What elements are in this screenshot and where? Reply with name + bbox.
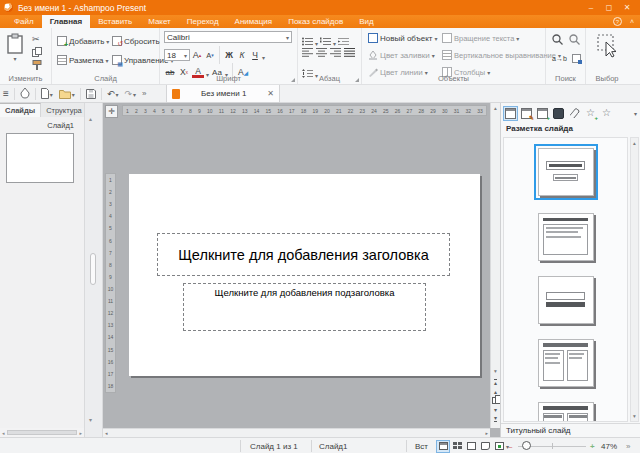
slide-reset-button[interactable]: Сбросить <box>110 35 162 47</box>
paragraph-dialog-launcher-icon[interactable] <box>355 78 359 82</box>
new-document-button[interactable] <box>38 87 56 101</box>
edit-layout-icon[interactable]: ✎ <box>520 107 533 120</box>
next-slide-icon[interactable]: ▾ <box>494 406 497 413</box>
menu-transition[interactable]: Переход <box>179 15 227 28</box>
font-dialog-launcher-icon[interactable] <box>291 78 295 82</box>
scroll-down-icon[interactable]: ▾ <box>633 413 636 419</box>
layout-thumbnail-section-header[interactable] <box>536 274 596 326</box>
normal-view-icon[interactable] <box>437 441 449 452</box>
align-left-icon[interactable] <box>302 48 313 57</box>
chevron-down-icon[interactable] <box>634 110 637 117</box>
zoom-slider-knob[interactable] <box>522 441 531 450</box>
master-slide-icon[interactable] <box>552 107 565 120</box>
tab-outline[interactable]: Структура <box>41 103 88 117</box>
cut-icon[interactable]: ✂ <box>32 34 42 44</box>
open-document-button[interactable] <box>56 87 78 101</box>
scroll-right-icon[interactable]: ▸ <box>79 430 82 436</box>
help-icon[interactable]: ? <box>613 17 622 26</box>
scroll-up-icon[interactable]: ▴ <box>89 115 92 122</box>
search-icon[interactable] <box>552 34 563 45</box>
scroll-right-icon[interactable]: ▸ <box>485 430 488 436</box>
layout-thumbnail-title-content[interactable] <box>536 211 596 263</box>
selection-tool-button[interactable] <box>597 34 619 58</box>
slides-panel-hscrollbar[interactable]: ◂ ▸ <box>0 428 84 437</box>
style-picker-icon[interactable] <box>17 87 33 101</box>
undo-button[interactable]: ↶ <box>104 87 122 101</box>
text-rotation-button[interactable]: Вращение текста <box>440 32 521 44</box>
minimize-button[interactable]: – <box>582 0 600 15</box>
scroll-left-icon[interactable]: ◂ <box>105 430 108 436</box>
slide-add-button[interactable]: Добавить <box>55 35 111 47</box>
redo-button[interactable]: ↷ <box>121 87 139 101</box>
bold-button[interactable]: Ж <box>223 49 235 61</box>
align-center-icon[interactable] <box>316 48 327 57</box>
save-button[interactable] <box>83 87 99 101</box>
subtitle-placeholder[interactable]: Щелкните для добавления подзаголовка <box>183 283 426 331</box>
fill-color-button[interactable]: Цвет заливки <box>366 49 437 61</box>
shrink-font-button[interactable]: А▾ <box>204 49 216 61</box>
indent-icon[interactable] <box>338 37 349 46</box>
menu-view[interactable]: Вид <box>351 15 381 28</box>
scroll-left-icon[interactable]: ◂ <box>2 430 5 436</box>
layout-thumbnail-two-content[interactable] <box>536 337 596 389</box>
attachment-icon[interactable] <box>568 107 581 120</box>
vertical-align-button[interactable]: Вертикальное выравнивание <box>440 49 563 61</box>
paste-button[interactable]: ▾ <box>6 33 24 62</box>
scroll-up-icon[interactable]: ▴ <box>633 140 636 146</box>
numbered-list-icon[interactable] <box>320 37 331 46</box>
favorites-icon[interactable]: ☆ <box>600 107 613 120</box>
format-painter-icon[interactable] <box>32 60 42 70</box>
new-object-button[interactable]: Новый объект <box>366 32 439 44</box>
menu-file[interactable]: Файл <box>6 15 42 28</box>
slide-sorter-view-icon[interactable] <box>451 441 463 452</box>
maximize-button[interactable]: ◻ <box>600 0 618 15</box>
title-placeholder[interactable]: Щелкните для добавления заголовка <box>157 233 450 276</box>
notes-view-icon[interactable] <box>465 441 477 452</box>
zoom-out-button[interactable]: – <box>508 438 512 453</box>
slide-thumbnail[interactable] <box>6 133 74 183</box>
splitter-grip[interactable] <box>90 253 96 285</box>
menu-animation[interactable]: Анимация <box>227 15 281 28</box>
add-favorite-icon[interactable]: ☆+ <box>584 107 597 120</box>
add-layout-icon[interactable]: + <box>536 107 549 120</box>
zoom-in-button[interactable]: + <box>590 438 595 453</box>
layouts-view-icon[interactable] <box>504 107 517 120</box>
find-object-icon[interactable] <box>572 54 581 63</box>
layout-thumbnail-two-content-header[interactable] <box>536 400 596 422</box>
collapse-ribbon-icon[interactable]: ˄ <box>630 18 634 25</box>
previous-slide-icon[interactable]: ▴ <box>494 388 497 395</box>
layout-list-scrollbar[interactable]: ▴ ▾ <box>630 137 639 422</box>
last-slide-icon[interactable]: ▾ <box>494 415 497 422</box>
layout-thumbnail-title-slide[interactable] <box>534 144 598 200</box>
menu-insert[interactable]: Вставить <box>90 15 140 28</box>
zoom-level-label[interactable]: 47% <box>601 438 617 453</box>
first-slide-icon[interactable]: ▴ <box>494 379 497 386</box>
ruler-origin-button[interactable]: ✛ <box>105 105 118 118</box>
align-justify-icon[interactable] <box>344 48 355 57</box>
underline-button[interactable]: Ч <box>249 49 261 61</box>
grow-font-button[interactable]: А▴ <box>191 49 203 61</box>
canvas-hscrollbar[interactable]: ◂ ▸ <box>103 428 490 437</box>
browse-slides-icon[interactable] <box>492 397 499 404</box>
menu-slideshow[interactable]: Показ слайдов <box>280 15 351 28</box>
close-button[interactable]: ✕ <box>618 0 636 15</box>
italic-button[interactable]: К <box>236 49 248 61</box>
reading-view-icon[interactable] <box>479 441 491 452</box>
tab-slides[interactable]: Слайды <box>0 103 41 117</box>
slide[interactable]: Щелкните для добавления заголовка Щелкни… <box>129 174 480 376</box>
statusbar-overflow-icon[interactable]: » <box>626 438 630 453</box>
toolbar-menu-icon[interactable]: ≡ <box>0 87 12 101</box>
panel-splitter[interactable]: ▴ ▾ <box>85 103 103 437</box>
copy-icon[interactable] <box>32 47 42 57</box>
toolbar-overflow-icon[interactable]: » <box>139 87 149 101</box>
align-right-icon[interactable] <box>330 48 341 57</box>
bullet-list-icon[interactable] <box>302 37 313 46</box>
menu-home[interactable]: Главная <box>42 15 91 28</box>
slide-layout-button[interactable]: Разметка <box>55 54 111 66</box>
scroll-up-icon[interactable]: ▴ <box>494 105 497 111</box>
close-tab-icon[interactable]: ✕ <box>267 89 274 98</box>
font-size-select[interactable]: 18 <box>164 49 190 61</box>
menu-layout[interactable]: Макет <box>140 15 179 28</box>
scroll-down-icon[interactable]: ▾ <box>89 416 92 423</box>
font-family-select[interactable]: Calibri <box>164 31 292 43</box>
